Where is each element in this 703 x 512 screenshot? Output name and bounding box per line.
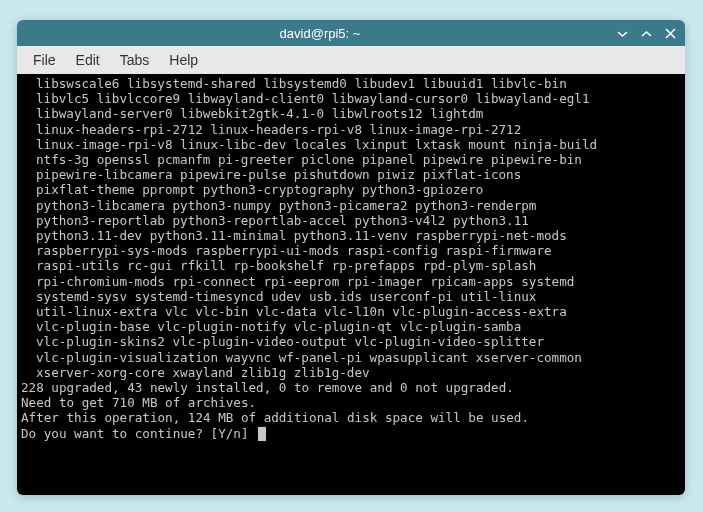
package-line: libwayland-server0 libwebkit2gtk-4.1-0 l… — [36, 106, 681, 121]
package-line: rpi-chromium-mods rpi-connect rpi-eeprom… — [36, 274, 681, 289]
package-line: linux-headers-rpi-2712 linux-headers-rpi… — [36, 122, 681, 137]
close-icon[interactable] — [663, 26, 677, 40]
terminal-window: david@rpi5: ~ File Edit Tabs Help libsws… — [17, 20, 685, 495]
package-line: pixflat-theme pprompt python3-cryptograp… — [36, 182, 681, 197]
disk-line: After this operation, 124 MB of addition… — [21, 410, 529, 425]
package-line: raspberrypi-sys-mods raspberrypi-ui-mods… — [36, 243, 681, 258]
summary-line: 228 upgraded, 43 newly installed, 0 to r… — [21, 380, 514, 395]
cursor-icon — [258, 427, 266, 441]
terminal-output[interactable]: libswscale6 libsystemd-shared libsystemd… — [17, 74, 685, 495]
menubar: File Edit Tabs Help — [17, 46, 685, 74]
titlebar: david@rpi5: ~ — [17, 20, 685, 46]
menu-edit[interactable]: Edit — [68, 49, 108, 71]
package-line: libvlc5 libvlccore9 libwayland-client0 l… — [36, 91, 681, 106]
package-line: python3-reportlab python3-reportlab-acce… — [36, 213, 681, 228]
window-controls — [615, 26, 677, 40]
package-line: pipewire-libcamera pipewire-pulse pishut… — [36, 167, 681, 182]
package-line: python3.11-dev python3.11-minimal python… — [36, 228, 681, 243]
download-line: Need to get 710 MB of archives. — [21, 395, 256, 410]
menu-help[interactable]: Help — [161, 49, 206, 71]
menu-tabs[interactable]: Tabs — [112, 49, 158, 71]
window-title: david@rpi5: ~ — [25, 26, 615, 41]
package-line: libswscale6 libsystemd-shared libsystemd… — [36, 76, 681, 91]
package-line: vlc-plugin-visualization wayvnc wf-panel… — [36, 350, 681, 365]
package-line: util-linux-extra vlc vlc-bin vlc-data vl… — [36, 304, 681, 319]
package-line: systemd-sysv systemd-timesyncd udev usb.… — [36, 289, 681, 304]
package-line: xserver-xorg-core xwayland zlib1g zlib1g… — [36, 365, 681, 380]
package-line: raspi-utils rc-gui rfkill rp-bookshelf r… — [36, 258, 681, 273]
package-line: vlc-plugin-base vlc-plugin-notify vlc-pl… — [36, 319, 681, 334]
package-line: vlc-plugin-skins2 vlc-plugin-video-outpu… — [36, 334, 681, 349]
package-line: linux-image-rpi-v8 linux-libc-dev locale… — [36, 137, 681, 152]
menu-file[interactable]: File — [25, 49, 64, 71]
package-line: python3-libcamera python3-numpy python3-… — [36, 198, 681, 213]
maximize-icon[interactable] — [639, 26, 653, 40]
minimize-icon[interactable] — [615, 26, 629, 40]
package-line: ntfs-3g openssl pcmanfm pi-greeter piclo… — [36, 152, 681, 167]
prompt-line: Do you want to continue? [Y/n] — [21, 426, 256, 441]
